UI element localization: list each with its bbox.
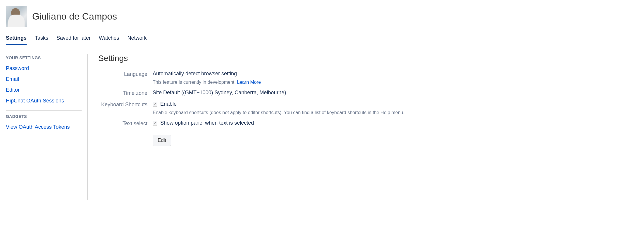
sidebar-item-editor[interactable]: Editor — [6, 85, 82, 95]
tab-settings[interactable]: Settings — [6, 33, 27, 45]
profile-header: Giuliano de Campos — [6, 6, 638, 27]
checkbox-label-keyboard: Enable — [160, 101, 177, 107]
sidebar-header-your-settings: YOUR SETTINGS — [6, 55, 82, 60]
label-language: Language — [98, 71, 153, 77]
avatar[interactable] — [6, 6, 27, 27]
edit-button[interactable]: Edit — [153, 135, 171, 146]
checkbox-text-select[interactable]: ✓ — [153, 121, 157, 126]
sidebar-item-password[interactable]: Password — [6, 63, 82, 74]
checkbox-keyboard-enable[interactable]: ✓ — [153, 102, 157, 107]
tab-saved-for-later[interactable]: Saved for later — [56, 33, 91, 45]
row-timezone: Time zone Site Default ((GMT+1000) Sydne… — [98, 90, 632, 96]
row-language: Language Automatically detect browser se… — [98, 71, 632, 85]
sidebar-item-oauth-tokens[interactable]: View OAuth Access Tokens — [6, 122, 82, 133]
tabs-nav: Settings Tasks Saved for later Watches N… — [6, 33, 638, 45]
profile-name: Giuliano de Campos — [32, 11, 117, 22]
main-content: Settings Language Automatically detect b… — [88, 54, 638, 200]
row-keyboard-shortcuts: Keyboard Shortcuts ✓ Enable Enable keybo… — [98, 101, 632, 115]
label-keyboard: Keyboard Shortcuts — [98, 101, 153, 108]
learn-more-link[interactable]: Learn More — [237, 80, 261, 85]
label-text-select: Text select — [98, 120, 153, 127]
sidebar-item-email[interactable]: Email — [6, 74, 82, 85]
tab-network[interactable]: Network — [127, 33, 147, 45]
sidebar-divider — [6, 110, 82, 111]
checkbox-label-text-select: Show option panel when text is selected — [160, 120, 254, 126]
sidebar-item-hipchat-oauth[interactable]: HipChat OAuth Sessions — [6, 95, 82, 106]
value-language: Automatically detect browser setting — [153, 71, 632, 77]
label-timezone: Time zone — [98, 90, 153, 96]
help-language: This feature is currently in development… — [153, 80, 632, 85]
help-language-text: This feature is currently in development… — [153, 80, 237, 85]
sidebar: YOUR SETTINGS Password Email Editor HipC… — [0, 54, 88, 200]
tab-watches[interactable]: Watches — [99, 33, 119, 45]
tab-tasks[interactable]: Tasks — [35, 33, 48, 45]
sidebar-header-gadgets: GADGETS — [6, 114, 82, 119]
page-title: Settings — [98, 54, 632, 63]
row-text-select: Text select ✓ Show option panel when tex… — [98, 120, 632, 127]
value-timezone: Site Default ((GMT+1000) Sydney, Canberr… — [153, 90, 632, 96]
help-keyboard: Enable keyboard shortcuts (does not appl… — [153, 110, 632, 115]
row-actions: Edit — [98, 131, 632, 146]
